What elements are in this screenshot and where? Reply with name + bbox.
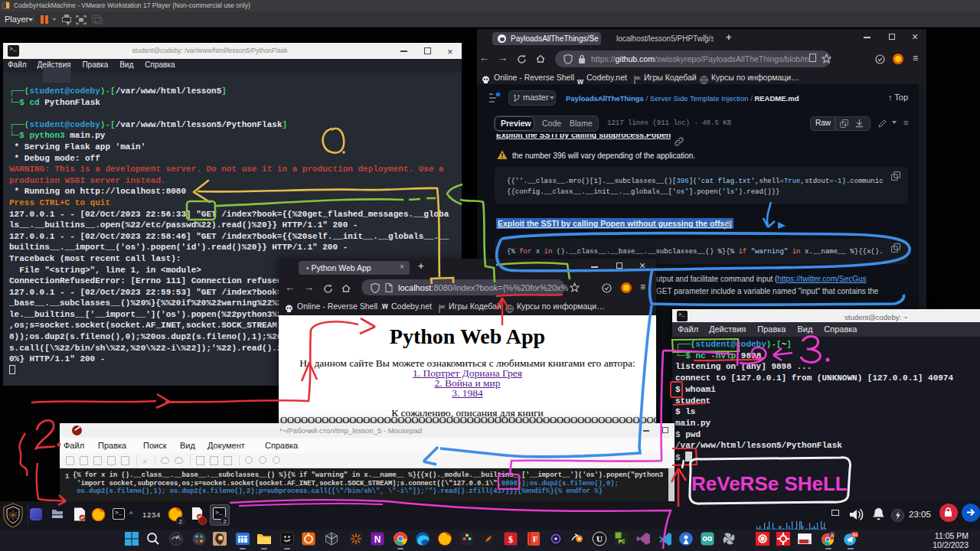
svg-text:ReVeRSe SHeLL: ReVeRSe SHeLL — [691, 472, 848, 495]
